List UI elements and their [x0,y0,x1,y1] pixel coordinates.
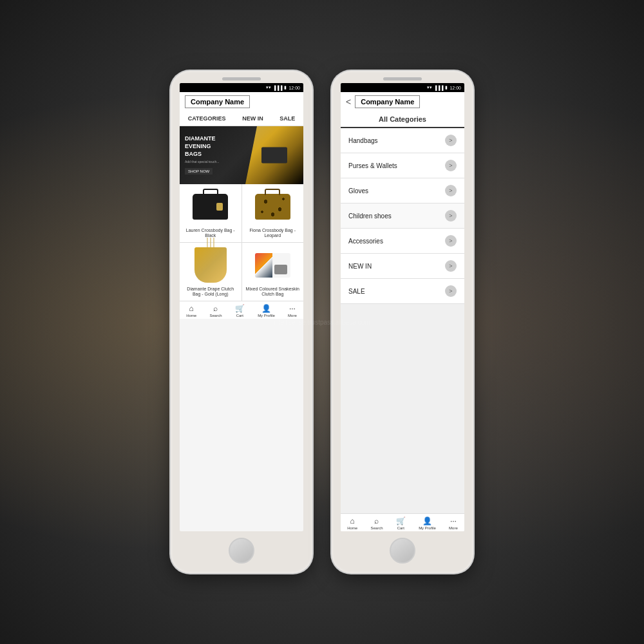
screen-title: All Categories [341,111,464,128]
product-img-1 [188,187,233,226]
chevron-children-shoes: > [445,210,457,222]
nav-home-label-1: Home [186,314,196,317]
search-icon-2: ⌕ [374,516,379,526]
battery-icon: ▮ [284,85,287,90]
category-item-new-in[interactable]: NEW IN > [341,254,464,279]
nav-search-label-2: Search [370,526,383,530]
nav-profile-label-2: My Profile [419,526,436,530]
category-item-handbags[interactable]: Handbags > [341,128,464,153]
bottom-nav-2: ⌂ Home ⌕ Search 🛒 Cart 👤 My Profile ··· … [341,513,464,531]
category-name-accessories: Accessories [348,238,383,245]
category-item-gloves[interactable]: Gloves > [341,178,464,204]
category-name-handbags: Handbags [348,137,378,144]
nav-search-1[interactable]: ⌕ Search [209,304,222,317]
category-list: Handbags > Purses & Wallets > Gloves > C… [341,128,464,321]
chevron-new-in: > [445,260,457,272]
profile-icon-2: 👤 [422,516,432,526]
time-2: 12:00 [450,86,461,90]
product-name-4: Mixed Coloured Snakeskin Clutch Bag [245,287,301,298]
nav-profile-2[interactable]: 👤 My Profile [419,516,436,530]
app-header-1: Company Name [180,92,303,111]
profile-icon-1: 👤 [261,304,271,313]
back-button[interactable]: < [346,97,351,107]
more-icon-1: ··· [289,304,296,313]
screen-1: ▾▾ ▐▐▐ ▮ 12:00 Company Name CATEGORIES N… [180,83,303,531]
screen-2: ▾▾ ▐▐▐ ▮ 12:00 < Company Name All Catego… [341,83,464,531]
product-4[interactable]: Mixed Coloured Snakeskin Clutch Bag [242,243,304,301]
category-name-gloves: Gloves [348,187,368,194]
product-name-2: Fiona Crossbody Bag - Leopard [245,228,301,239]
nav-cart-1[interactable]: 🛒 Cart [235,304,245,317]
bag-gold-icon [194,247,227,283]
signal-icon-2: ▐▐▐ [434,86,444,90]
status-bar-2: ▾▾ ▐▐▐ ▮ 12:00 [341,83,464,92]
category-item-sale[interactable]: SALE > [341,279,464,304]
nav-cart-label-1: Cart [236,314,243,317]
company-name-1: Company Name [185,95,250,108]
cart-icon-2: 🛒 [396,516,406,526]
shop-now-button[interactable]: SHOP NOW [185,168,213,175]
hero-subtitle: Add that special touch... [185,160,219,164]
nav-more-label-2: More [449,526,458,530]
nav-home-2[interactable]: ⌂ Home [347,516,357,530]
hero-title: DIAMANTEEVENINGBAGS [185,135,219,158]
nav-more-1[interactable]: ··· More [288,304,297,317]
wifi-icon: ▾▾ [266,85,271,90]
phone-2: ▾▾ ▐▐▐ ▮ 12:00 < Company Name All Catego… [332,71,473,573]
product-1[interactable]: Lauren Crossbody Bag - Black [180,184,242,242]
product-name-1: Lauren Crossbody Bag - Black [183,228,238,239]
chevron-gloves: > [445,185,457,196]
company-name-2: Company Name [355,95,420,108]
nav-tabs-1: CATEGORIES NEW IN SALE [180,111,303,126]
nav-profile-label-1: My Profile [258,314,275,317]
time-1: 12:00 [289,86,300,90]
speaker-1 [222,77,261,80]
hero-image [245,126,303,184]
nav-more-2[interactable]: ··· More [449,516,458,530]
nav-cart-2[interactable]: 🛒 Cart [396,516,406,530]
cart-icon-1: 🛒 [235,304,245,313]
category-name-new-in: NEW IN [348,263,372,270]
nav-home-label-2: Home [347,526,357,530]
category-item-purses[interactable]: Purses & Wallets > [341,153,464,178]
chevron-handbags: > [445,135,457,146]
wifi-icon-2: ▾▾ [427,85,432,90]
battery-icon-2: ▮ [445,85,448,90]
product-3[interactable]: Diamante Drape Clutch Bag - Gold (Long) [180,243,242,301]
category-item-children-shoes[interactable]: Children shoes > [341,204,464,229]
chevron-sale: > [445,285,457,297]
product-2[interactable]: Fiona Crossbody Bag - Leopard [242,184,304,242]
tab-categories[interactable]: CATEGORIES [188,115,226,122]
bag-leopard-icon [255,194,290,220]
search-icon-1: ⌕ [213,304,218,313]
nav-home-1[interactable]: ⌂ Home [186,304,196,317]
tab-sale[interactable]: SALE [279,115,295,122]
phone-top-2 [332,71,473,83]
home-icon-2: ⌂ [350,516,355,526]
product-name-3: Diamante Drape Clutch Bag - Gold (Long) [183,287,238,298]
nav-more-label-1: More [288,314,297,317]
chevron-purses: > [445,160,457,171]
phone-1: ▾▾ ▐▐▐ ▮ 12:00 Company Name CATEGORIES N… [171,71,312,573]
phone-top-1 [171,71,312,83]
nav-cart-label-2: Cart [397,526,404,530]
status-bar-1: ▾▾ ▐▐▐ ▮ 12:00 [180,83,303,92]
product-grid: Lauren Crossbody Bag - Black Fiona Cross… [180,184,303,301]
category-item-accessories[interactable]: Accessories > [341,229,464,254]
home-button-2[interactable] [390,538,415,564]
nav-profile-1[interactable]: 👤 My Profile [258,304,275,317]
bag-black-icon [193,194,228,220]
signal-icon: ▐▐▐ [273,86,283,90]
spacer [341,321,464,513]
tab-new-in[interactable]: NEW IN [242,115,263,122]
home-button-1[interactable] [229,538,254,564]
more-icon-2: ··· [450,516,457,526]
product-img-4 [250,246,295,285]
app-header-2: < Company Name [341,92,464,111]
nav-search-2[interactable]: ⌕ Search [370,516,383,530]
category-name-purses: Purses & Wallets [348,162,397,169]
product-img-2 [250,187,295,226]
bag-clutch-icon [255,253,290,278]
phone-bottom-2 [332,531,473,573]
category-name-children-shoes: Children shoes [348,213,392,220]
